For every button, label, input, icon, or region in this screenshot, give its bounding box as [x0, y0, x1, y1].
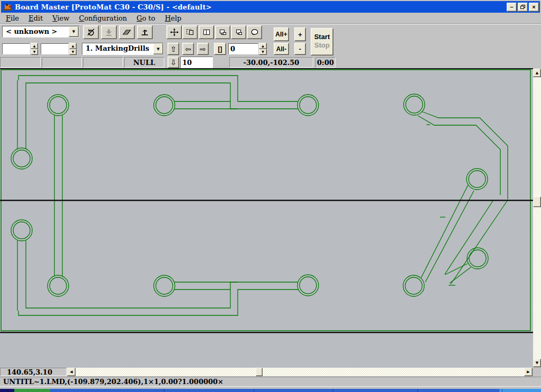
- tile-windows-button[interactable]: [199, 25, 214, 39]
- status-text: UNTITL~1.LMD,(-109.879,202.406),1×1,0.00…: [3, 378, 223, 386]
- scroll-left-icon: ◀: [70, 370, 72, 374]
- title-bar[interactable]: Board Master [ProtoMat C30 - C30/S] - <d…: [1, 1, 540, 13]
- hscroll-left-button[interactable]: ◀: [67, 368, 76, 376]
- value-spinner[interactable]: ▲ ▼: [259, 43, 267, 55]
- lower-head-button[interactable]: [101, 25, 117, 39]
- board-canvas[interactable]: [0, 68, 533, 368]
- taskbar-segment[interactable]: [14, 389, 50, 392]
- phase-selector-value: 1. MarkingDrills: [82, 43, 153, 54]
- all-plus-button[interactable]: All+: [274, 27, 289, 41]
- vscroll-track[interactable]: [533, 77, 541, 359]
- taskbar-segment[interactable]: [50, 389, 499, 392]
- hscroll-track[interactable]: [76, 368, 524, 376]
- step-right-button[interactable]: ⇨: [197, 43, 209, 55]
- scroll-corner: [533, 368, 541, 376]
- spinner-up-icon[interactable]: ▲: [259, 43, 267, 49]
- app-icon: [3, 3, 13, 11]
- tile-windows-icon: [202, 28, 211, 36]
- hscroll-thumb[interactable]: [256, 368, 263, 376]
- copy-forward-button[interactable]: [215, 25, 230, 39]
- chevron-down-icon[interactable]: ▼: [69, 26, 79, 37]
- rotate-mill-icon: [86, 28, 96, 36]
- head-selector-combo[interactable]: < unknown > ▼: [2, 26, 79, 38]
- select-area-icon: [185, 28, 195, 36]
- taskbar-segment[interactable]: [499, 389, 541, 392]
- all-minus-button[interactable]: All-: [274, 43, 289, 55]
- vscroll-down-button[interactable]: ▼: [533, 359, 541, 367]
- position-readout: -30.00,-102.50: [229, 57, 313, 68]
- y-position-field[interactable]: [41, 43, 69, 54]
- step-up-button[interactable]: ⇧: [167, 43, 179, 55]
- copy-back-button[interactable]: [231, 25, 246, 39]
- toolbar: < unknown > ▼: [0, 24, 541, 68]
- vscroll-up-button[interactable]: ▲: [533, 69, 541, 77]
- scroll-right-icon: ▶: [527, 370, 529, 374]
- step-left-button[interactable]: ⇦: [182, 43, 194, 55]
- copy-back-icon: [234, 28, 244, 36]
- step-size-field[interactable]: [180, 57, 213, 68]
- copy-forward-icon: [218, 28, 228, 36]
- rotate-mill-button[interactable]: [83, 25, 99, 39]
- lower-head-icon: [104, 28, 114, 36]
- menu-go-to[interactable]: Go to: [132, 14, 160, 23]
- taskbar-divider: [254, 389, 254, 392]
- zoom-icon: [250, 28, 259, 36]
- move-cross-icon: [170, 28, 179, 36]
- taskbar-divider: [164, 389, 164, 392]
- taskbar-segment[interactable]: [0, 389, 14, 392]
- menu-help[interactable]: Help: [160, 14, 186, 23]
- menu-view[interactable]: View: [48, 14, 74, 23]
- hscroll-right-button[interactable]: ▶: [524, 368, 533, 376]
- minus-button[interactable]: -: [294, 43, 306, 55]
- y-spinner[interactable]: ▲ ▼: [69, 43, 77, 55]
- tool-exchange-icon: [140, 28, 150, 36]
- spinner-down-icon[interactable]: ▼: [69, 49, 77, 55]
- scroll-up-icon: ▲: [536, 71, 538, 75]
- status-cell-1: [0, 57, 41, 68]
- start-label: Start: [311, 33, 333, 41]
- menu-configuration[interactable]: Configuration: [74, 14, 132, 23]
- taskbar-divider: [502, 389, 502, 392]
- brackets-button[interactable]: []: [214, 43, 226, 55]
- status-cell-2: [42, 57, 82, 68]
- down-arrow-icon: ⇩: [170, 59, 176, 66]
- zoom-button[interactable]: [247, 25, 262, 39]
- restore-button[interactable]: [518, 3, 528, 12]
- minimize-button[interactable]: –: [507, 3, 517, 12]
- hatch-area-icon: [122, 28, 132, 36]
- chevron-down-icon[interactable]: ▼: [153, 43, 163, 54]
- application-window: Board Master [ProtoMat C30 - C30/S] - <d…: [0, 0, 541, 392]
- status-bar: UNTITL~1.LMD,(-109.879,202.406),1×1,0.00…: [0, 377, 541, 387]
- right-arrow-icon: ⇨: [200, 45, 206, 53]
- up-arrow-icon: ⇧: [170, 45, 176, 53]
- time-readout: 0:00: [315, 57, 335, 68]
- tool-exchange-button[interactable]: [137, 25, 153, 39]
- x-spinner[interactable]: ▲ ▼: [31, 43, 38, 55]
- select-area-button[interactable]: [182, 25, 198, 39]
- spinner-down-icon[interactable]: ▼: [31, 49, 38, 55]
- left-arrow-icon: ⇦: [185, 45, 191, 53]
- stop-label: Stop: [311, 41, 333, 50]
- spinner-up-icon[interactable]: ▲: [31, 43, 38, 49]
- hatch-area-button[interactable]: [119, 25, 135, 39]
- pcb-preview: [0, 69, 533, 367]
- phase-selector-combo[interactable]: 1. MarkingDrills ▼: [82, 43, 164, 55]
- spinner-up-icon[interactable]: ▲: [69, 43, 77, 49]
- start-stop-button[interactable]: Start Stop: [311, 28, 333, 55]
- restore-icon: [520, 5, 525, 9]
- scroll-down-icon: ▼: [536, 361, 538, 365]
- taskbar-strip[interactable]: [0, 389, 541, 392]
- taskbar-divider: [417, 389, 418, 392]
- value-field[interactable]: [228, 43, 258, 54]
- menu-edit[interactable]: Edit: [24, 14, 48, 23]
- vscroll-thumb[interactable]: [533, 197, 541, 207]
- x-position-field[interactable]: [2, 43, 30, 54]
- move-cross-button[interactable]: [166, 25, 182, 39]
- close-button[interactable]: ×: [529, 3, 539, 12]
- menu-file[interactable]: File: [1, 14, 24, 23]
- tool-status-cell: NULL: [124, 57, 164, 68]
- step-down-button[interactable]: ⇩: [167, 57, 179, 68]
- spinner-down-icon[interactable]: ▼: [259, 49, 267, 55]
- taskbar-divider: [333, 389, 333, 392]
- plus-button[interactable]: +: [294, 27, 306, 41]
